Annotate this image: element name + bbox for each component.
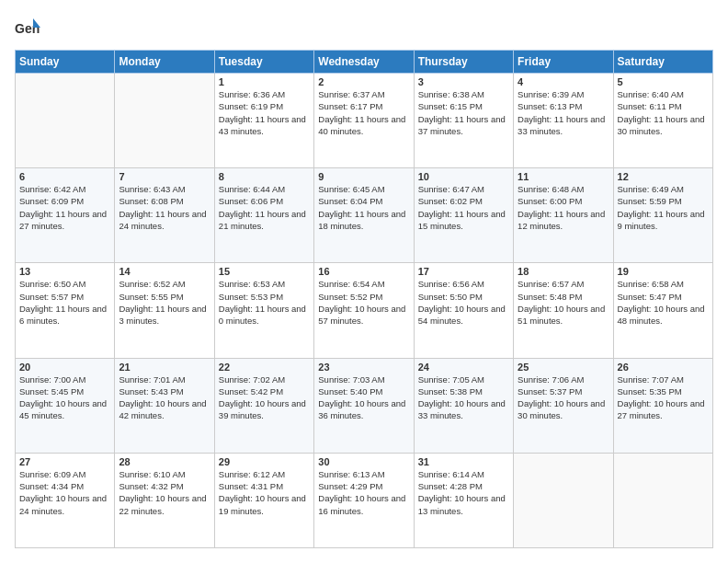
day-number: 20	[19, 362, 110, 373]
calendar-week-4: 20Sunrise: 7:00 AM Sunset: 5:45 PM Dayli…	[16, 358, 713, 453]
day-info: Sunrise: 6:09 AM Sunset: 4:34 PM Dayligh…	[19, 468, 110, 517]
calendar-cell: 4Sunrise: 6:39 AM Sunset: 6:13 PM Daylig…	[514, 74, 613, 168]
day-info: Sunrise: 6:48 AM Sunset: 6:00 PM Dayligh…	[518, 183, 609, 232]
day-info: Sunrise: 7:03 AM Sunset: 5:40 PM Dayligh…	[318, 373, 409, 422]
calendar-cell: 2Sunrise: 6:37 AM Sunset: 6:17 PM Daylig…	[314, 74, 414, 168]
day-number: 30	[318, 456, 409, 467]
calendar-week-3: 13Sunrise: 6:50 AM Sunset: 5:57 PM Dayli…	[16, 263, 713, 358]
day-info: Sunrise: 6:44 AM Sunset: 6:06 PM Dayligh…	[219, 183, 310, 232]
calendar-cell: 13Sunrise: 6:50 AM Sunset: 5:57 PM Dayli…	[16, 263, 115, 358]
weekday-header-friday: Friday	[514, 51, 613, 74]
calendar-cell: 9Sunrise: 6:45 AM Sunset: 6:04 PM Daylig…	[314, 168, 414, 263]
page-header: Gen	[15, 15, 713, 40]
calendar-cell: 7Sunrise: 6:43 AM Sunset: 6:08 PM Daylig…	[115, 168, 214, 263]
day-number: 1	[219, 76, 310, 87]
day-number: 28	[119, 456, 210, 467]
day-info: Sunrise: 6:45 AM Sunset: 6:04 PM Dayligh…	[318, 183, 409, 232]
calendar-cell: 3Sunrise: 6:38 AM Sunset: 6:15 PM Daylig…	[414, 74, 513, 168]
calendar-cell: 17Sunrise: 6:56 AM Sunset: 5:50 PM Dayli…	[414, 263, 513, 358]
day-number: 19	[618, 266, 709, 277]
day-number: 11	[518, 171, 609, 182]
day-number: 15	[219, 266, 310, 277]
day-number: 17	[418, 266, 509, 277]
calendar-cell: 28Sunrise: 6:10 AM Sunset: 4:32 PM Dayli…	[115, 453, 214, 547]
day-number: 18	[518, 266, 609, 277]
day-info: Sunrise: 7:07 AM Sunset: 5:35 PM Dayligh…	[618, 373, 709, 422]
calendar-cell: 23Sunrise: 7:03 AM Sunset: 5:40 PM Dayli…	[314, 358, 414, 453]
day-info: Sunrise: 6:13 AM Sunset: 4:29 PM Dayligh…	[318, 468, 409, 517]
day-info: Sunrise: 7:02 AM Sunset: 5:42 PM Dayligh…	[219, 373, 310, 422]
calendar-cell: 21Sunrise: 7:01 AM Sunset: 5:43 PM Dayli…	[115, 358, 214, 453]
day-number: 4	[518, 76, 609, 87]
day-number: 5	[618, 76, 709, 87]
day-number: 9	[318, 171, 409, 182]
calendar-cell: 19Sunrise: 6:58 AM Sunset: 5:47 PM Dayli…	[613, 263, 712, 358]
day-info: Sunrise: 6:58 AM Sunset: 5:47 PM Dayligh…	[618, 278, 709, 327]
day-number: 7	[119, 171, 210, 182]
day-number: 8	[219, 171, 310, 182]
day-info: Sunrise: 6:37 AM Sunset: 6:17 PM Dayligh…	[318, 88, 409, 137]
calendar-cell: 10Sunrise: 6:47 AM Sunset: 6:02 PM Dayli…	[414, 168, 513, 263]
day-info: Sunrise: 6:57 AM Sunset: 5:48 PM Dayligh…	[518, 278, 609, 327]
calendar-week-2: 6Sunrise: 6:42 AM Sunset: 6:09 PM Daylig…	[16, 168, 713, 263]
calendar-cell: 31Sunrise: 6:14 AM Sunset: 4:28 PM Dayli…	[414, 453, 513, 547]
day-info: Sunrise: 6:47 AM Sunset: 6:02 PM Dayligh…	[418, 183, 509, 232]
day-info: Sunrise: 6:54 AM Sunset: 5:52 PM Dayligh…	[318, 278, 409, 327]
day-number: 10	[418, 171, 509, 182]
day-info: Sunrise: 6:40 AM Sunset: 6:11 PM Dayligh…	[618, 88, 709, 137]
calendar-cell: 11Sunrise: 6:48 AM Sunset: 6:00 PM Dayli…	[514, 168, 613, 263]
day-info: Sunrise: 6:12 AM Sunset: 4:31 PM Dayligh…	[219, 468, 310, 517]
day-number: 25	[518, 362, 609, 373]
calendar-cell: 22Sunrise: 7:02 AM Sunset: 5:42 PM Dayli…	[214, 358, 313, 453]
day-number: 26	[618, 362, 709, 373]
logo-icon: Gen	[15, 15, 40, 40]
calendar-cell: 12Sunrise: 6:49 AM Sunset: 5:59 PM Dayli…	[613, 168, 712, 263]
weekday-header-saturday: Saturday	[613, 51, 712, 74]
calendar-cell: 5Sunrise: 6:40 AM Sunset: 6:11 PM Daylig…	[613, 74, 712, 168]
day-info: Sunrise: 6:53 AM Sunset: 5:53 PM Dayligh…	[219, 278, 310, 327]
day-info: Sunrise: 6:10 AM Sunset: 4:32 PM Dayligh…	[119, 468, 210, 517]
calendar-cell: 29Sunrise: 6:12 AM Sunset: 4:31 PM Dayli…	[214, 453, 313, 547]
day-info: Sunrise: 6:39 AM Sunset: 6:13 PM Dayligh…	[518, 88, 609, 137]
day-number: 16	[318, 266, 409, 277]
day-number: 31	[418, 456, 509, 467]
calendar-cell: 18Sunrise: 6:57 AM Sunset: 5:48 PM Dayli…	[514, 263, 613, 358]
day-info: Sunrise: 6:56 AM Sunset: 5:50 PM Dayligh…	[418, 278, 509, 327]
weekday-header-row: SundayMondayTuesdayWednesdayThursdayFrid…	[16, 51, 713, 74]
weekday-header-thursday: Thursday	[414, 51, 513, 74]
calendar-cell: 20Sunrise: 7:00 AM Sunset: 5:45 PM Dayli…	[16, 358, 115, 453]
calendar-cell	[16, 74, 115, 168]
day-info: Sunrise: 7:05 AM Sunset: 5:38 PM Dayligh…	[418, 373, 509, 422]
day-number: 14	[119, 266, 210, 277]
calendar-cell	[115, 74, 214, 168]
day-number: 6	[19, 171, 110, 182]
day-info: Sunrise: 7:00 AM Sunset: 5:45 PM Dayligh…	[19, 373, 110, 422]
day-info: Sunrise: 6:14 AM Sunset: 4:28 PM Dayligh…	[418, 468, 509, 517]
day-number: 23	[318, 362, 409, 373]
calendar-cell: 16Sunrise: 6:54 AM Sunset: 5:52 PM Dayli…	[314, 263, 414, 358]
calendar-week-1: 1Sunrise: 6:36 AM Sunset: 6:19 PM Daylig…	[16, 74, 713, 168]
day-number: 13	[19, 266, 110, 277]
day-info: Sunrise: 6:43 AM Sunset: 6:08 PM Dayligh…	[119, 183, 210, 232]
day-number: 3	[418, 76, 509, 87]
weekday-header-sunday: Sunday	[16, 51, 115, 74]
weekday-header-monday: Monday	[115, 51, 214, 74]
day-number: 2	[318, 76, 409, 87]
calendar-cell	[613, 453, 712, 547]
calendar-cell: 26Sunrise: 7:07 AM Sunset: 5:35 PM Dayli…	[613, 358, 712, 453]
day-info: Sunrise: 6:42 AM Sunset: 6:09 PM Dayligh…	[19, 183, 110, 232]
calendar-cell: 1Sunrise: 6:36 AM Sunset: 6:19 PM Daylig…	[214, 74, 313, 168]
day-info: Sunrise: 6:50 AM Sunset: 5:57 PM Dayligh…	[19, 278, 110, 327]
weekday-header-tuesday: Tuesday	[214, 51, 313, 74]
day-number: 24	[418, 362, 509, 373]
day-info: Sunrise: 6:49 AM Sunset: 5:59 PM Dayligh…	[618, 183, 709, 232]
day-number: 12	[618, 171, 709, 182]
day-number: 21	[119, 362, 210, 373]
day-info: Sunrise: 6:38 AM Sunset: 6:15 PM Dayligh…	[418, 88, 509, 137]
calendar-cell: 27Sunrise: 6:09 AM Sunset: 4:34 PM Dayli…	[16, 453, 115, 547]
calendar-cell	[514, 453, 613, 547]
calendar-table: SundayMondayTuesdayWednesdayThursdayFrid…	[15, 50, 713, 548]
day-number: 22	[219, 362, 310, 373]
calendar-week-5: 27Sunrise: 6:09 AM Sunset: 4:34 PM Dayli…	[16, 453, 713, 547]
day-info: Sunrise: 7:01 AM Sunset: 5:43 PM Dayligh…	[119, 373, 210, 422]
